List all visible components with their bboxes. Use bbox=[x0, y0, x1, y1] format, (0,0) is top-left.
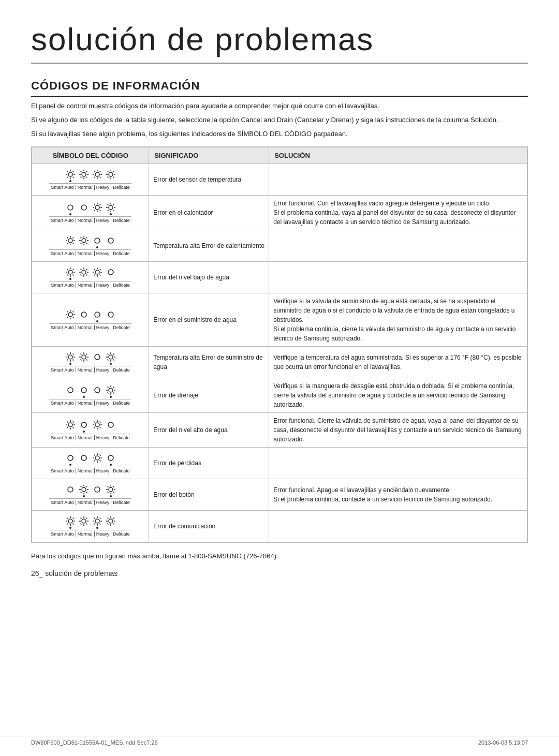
svg-line-64 bbox=[67, 243, 68, 244]
svg-line-124 bbox=[67, 360, 68, 361]
solucion-4: Verifique si la válvula de suministro de… bbox=[269, 293, 527, 347]
section-title: CÓDIGOS DE INFORMACIÓN bbox=[31, 79, 528, 97]
solucion-0 bbox=[269, 164, 527, 196]
svg-point-113 bbox=[81, 312, 86, 317]
svg-line-43 bbox=[94, 204, 95, 205]
svg-line-8 bbox=[67, 177, 68, 178]
svg-point-189 bbox=[82, 487, 86, 492]
symbol-cell-3: Smart AutoNormalHeavyDelicate bbox=[36, 265, 144, 290]
svg-point-0 bbox=[68, 172, 72, 176]
svg-point-144 bbox=[68, 388, 73, 393]
svg-line-194 bbox=[80, 486, 81, 487]
svg-point-76 bbox=[68, 270, 72, 274]
svg-line-133 bbox=[80, 360, 81, 361]
svg-line-91 bbox=[86, 275, 87, 276]
svg-line-154 bbox=[113, 387, 114, 388]
solucion-10 bbox=[269, 511, 527, 542]
svg-point-37 bbox=[81, 205, 86, 210]
svg-point-9 bbox=[82, 172, 86, 176]
col-header-significado: SIGNIFICADO bbox=[149, 147, 269, 164]
symbol-cell-4: Smart AutoNormalHeavyDelicate bbox=[36, 307, 144, 332]
svg-line-206 bbox=[113, 486, 114, 487]
solucion-5: Verifique la temperatura del agua sumini… bbox=[269, 347, 527, 378]
svg-line-44 bbox=[99, 210, 100, 211]
svg-point-135 bbox=[109, 355, 113, 359]
svg-line-112 bbox=[67, 317, 68, 318]
svg-point-226 bbox=[95, 519, 99, 523]
svg-line-231 bbox=[94, 518, 95, 519]
solucion-2 bbox=[269, 230, 527, 262]
svg-line-171 bbox=[94, 422, 95, 423]
svg-line-223 bbox=[86, 524, 87, 525]
solucion-8 bbox=[269, 448, 527, 479]
svg-point-188 bbox=[68, 487, 73, 492]
svg-line-93 bbox=[80, 275, 81, 276]
svg-point-178 bbox=[95, 456, 99, 460]
svg-line-216 bbox=[67, 524, 68, 525]
svg-line-153 bbox=[113, 393, 114, 394]
svg-line-197 bbox=[80, 492, 81, 493]
svg-line-242 bbox=[113, 518, 114, 519]
svg-line-55 bbox=[107, 210, 108, 211]
page-bottom-label: 26_ solución de problemas bbox=[31, 569, 528, 577]
svg-line-5 bbox=[67, 171, 68, 172]
svg-line-111 bbox=[72, 312, 73, 313]
svg-line-224 bbox=[86, 518, 87, 519]
svg-line-100 bbox=[99, 275, 100, 276]
symbol-cell-2: Smart AutoNormalHeavyDelicate bbox=[36, 233, 144, 258]
svg-line-241 bbox=[113, 524, 114, 525]
svg-point-114 bbox=[95, 312, 100, 317]
footer-note: Para los códigos que no figuran más arri… bbox=[31, 552, 528, 560]
main-title: solución de problemas bbox=[31, 21, 528, 64]
intro-text-2: Si ve alguno de los códigos de la tabla … bbox=[31, 115, 528, 126]
svg-line-33 bbox=[113, 177, 114, 178]
table-row: Smart AutoNormalHeavyDelicateError en el… bbox=[32, 293, 527, 347]
svg-line-26 bbox=[94, 177, 95, 178]
table-row: Smart AutoNormalHeavyDelicateError de pé… bbox=[32, 448, 527, 479]
svg-line-164 bbox=[67, 427, 68, 428]
significado-10: Error de comunicación bbox=[149, 511, 269, 542]
svg-line-131 bbox=[86, 360, 87, 361]
significado-5: Temperatura alta Error de suministro de … bbox=[149, 347, 269, 378]
svg-line-183 bbox=[94, 455, 95, 456]
svg-point-18 bbox=[95, 172, 99, 176]
symbol-cell-1: Smart AutoNormalHeavyDelicate bbox=[36, 200, 144, 225]
svg-line-121 bbox=[67, 354, 68, 355]
svg-point-145 bbox=[81, 388, 86, 393]
svg-line-222 bbox=[80, 518, 81, 519]
svg-point-208 bbox=[68, 519, 72, 523]
svg-line-81 bbox=[67, 269, 68, 270]
svg-point-147 bbox=[109, 388, 113, 392]
svg-point-56 bbox=[68, 239, 72, 243]
table-row: Smart AutoNormalHeavyDelicateError del n… bbox=[32, 262, 527, 293]
svg-point-38 bbox=[95, 205, 99, 210]
svg-line-25 bbox=[99, 171, 100, 172]
svg-line-15 bbox=[86, 177, 87, 178]
svg-point-165 bbox=[81, 422, 86, 427]
solucion-1: Error funcional. Con el lavavajillas vac… bbox=[269, 196, 527, 230]
solucion-7: Error funcional. Cierre la válvula de su… bbox=[269, 413, 527, 448]
footer-right: 2013-06-03 5:13:07 bbox=[478, 739, 528, 746]
error-codes-table: SÍMBOLO DEL CÓDIGO SIGNIFICADO SOLUCIÓN bbox=[31, 146, 528, 543]
intro-text-3: Si su lavavajillas tiene algún problema,… bbox=[31, 129, 528, 140]
significado-7: Error del nivel alto de agua bbox=[149, 413, 269, 448]
svg-line-207 bbox=[107, 492, 108, 493]
svg-point-65 bbox=[82, 239, 86, 243]
svg-line-63 bbox=[72, 238, 73, 239]
symbol-cell-10: Smart AutoNormalHeavyDelicate bbox=[36, 514, 144, 539]
svg-point-177 bbox=[81, 455, 86, 461]
symbol-cell-0: Smart AutoNormalHeavyDelicate bbox=[36, 167, 144, 192]
significado-2: Temperatura alta Error de calentamiento bbox=[149, 230, 269, 262]
svg-line-109 bbox=[67, 312, 68, 313]
svg-point-125 bbox=[82, 355, 86, 359]
svg-line-7 bbox=[72, 171, 73, 172]
svg-line-214 bbox=[72, 524, 73, 525]
svg-line-52 bbox=[107, 204, 108, 205]
svg-line-99 bbox=[94, 269, 95, 270]
svg-line-140 bbox=[107, 354, 108, 355]
svg-line-110 bbox=[72, 317, 73, 318]
svg-line-234 bbox=[94, 524, 95, 525]
table-row: Smart AutoNormalHeavyDelicateTemperatura… bbox=[32, 347, 527, 378]
svg-line-32 bbox=[107, 171, 108, 172]
svg-line-161 bbox=[67, 422, 68, 423]
